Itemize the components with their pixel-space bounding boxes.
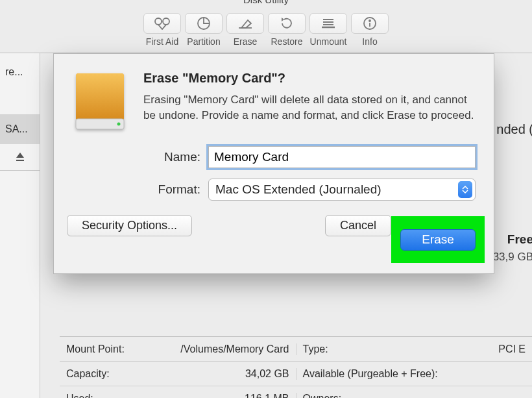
svg-point-4 xyxy=(369,20,370,21)
toolbar-item-partition[interactable]: Partition xyxy=(185,13,223,47)
tutorial-highlight: Erase xyxy=(391,216,485,263)
dialog-message: Erasing "Memory Card" will delete all da… xyxy=(143,92,476,123)
info-key: Used: xyxy=(66,393,93,399)
format-label: Format: xyxy=(138,182,200,197)
info-key: Available (Purgeable + Free): xyxy=(303,368,438,380)
info-val: 116,1 MB xyxy=(245,393,289,399)
toolbar-item-first-aid[interactable]: First Aid xyxy=(143,13,181,47)
info-key: Type: xyxy=(303,343,328,355)
chevron-up-down-icon xyxy=(458,181,472,198)
first-aid-icon xyxy=(143,13,181,34)
sidebar-item[interactable]: re... xyxy=(0,57,40,87)
format-value: Mac OS Extended (Journaled) xyxy=(215,182,381,197)
security-options-button[interactable]: Security Options... xyxy=(67,215,192,236)
svg-point-8 xyxy=(117,123,121,126)
info-icon xyxy=(351,13,389,34)
erase-button[interactable]: Erase xyxy=(400,229,476,251)
svg-rect-6 xyxy=(76,73,124,120)
restore-icon xyxy=(268,13,306,34)
toolbar-item-erase[interactable]: Erase xyxy=(226,13,264,47)
toolbar-label: Restore xyxy=(271,36,302,47)
cancel-button[interactable]: Cancel xyxy=(325,215,391,236)
format-select[interactable]: Mac OS Extended (Journaled) xyxy=(208,179,476,201)
erase-icon xyxy=(226,13,264,34)
toolbar-item-info[interactable]: Info xyxy=(351,13,389,47)
info-table: Mount Point:/Volumes/Memory Card Type:PC… xyxy=(60,336,532,398)
svg-rect-7 xyxy=(76,119,124,129)
free-space-value: 33,9 GB xyxy=(493,251,532,264)
sidebar-item-label: re... xyxy=(5,66,23,77)
svg-point-0 xyxy=(155,18,162,25)
table-row: Mount Point:/Volumes/Memory Card Type:PC… xyxy=(60,337,532,362)
eject-icon xyxy=(15,152,25,162)
drive-icon xyxy=(72,71,130,136)
toolbar-label: Unmount xyxy=(310,36,347,47)
name-input[interactable] xyxy=(208,146,476,168)
window-title: Disk Utility xyxy=(0,0,532,9)
toolbar-item-unmount[interactable]: Unmount xyxy=(309,13,347,47)
unmount-icon xyxy=(309,13,347,34)
volume-format-fragment: nded ( xyxy=(496,122,532,137)
info-val: PCI E xyxy=(498,343,526,355)
sidebar-item-label: SA... xyxy=(5,123,28,134)
sidebar-item[interactable]: SA... xyxy=(0,114,40,144)
info-val: 34,02 GB xyxy=(245,368,289,380)
info-val: /Volumes/Memory Card xyxy=(180,343,289,355)
sidebar: re... SA... xyxy=(0,53,40,398)
toolbar-label: Erase xyxy=(234,36,258,47)
partition-icon xyxy=(185,13,223,34)
toolbar-item-restore[interactable]: Restore xyxy=(268,13,306,47)
info-key: Capacity: xyxy=(66,368,110,380)
erase-dialog: Erase "Memory Card"? Erasing "Memory Car… xyxy=(53,53,494,274)
eject-button[interactable] xyxy=(0,144,40,171)
table-row: Used:116,1 MB Owners: xyxy=(60,386,532,398)
info-key: Mount Point: xyxy=(66,343,125,355)
name-label: Name: xyxy=(138,150,200,164)
dialog-title: Erase "Memory Card"? xyxy=(143,71,476,86)
toolbar-label: Partition xyxy=(187,36,220,47)
toolbar-label: Info xyxy=(362,36,377,47)
table-row: Capacity:34,02 GB Available (Purgeable +… xyxy=(60,362,532,386)
free-space-label: Free xyxy=(507,232,532,247)
svg-point-1 xyxy=(163,18,169,25)
toolbar: First Aid Partition Erase Restore Unmoun… xyxy=(0,9,532,53)
toolbar-label: First Aid xyxy=(146,36,179,47)
info-key: Owners: xyxy=(303,393,342,399)
